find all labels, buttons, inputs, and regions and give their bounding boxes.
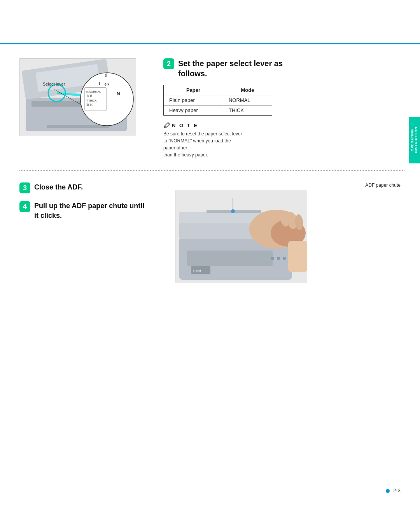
- step2-area: 2 Set the paper select lever as follows.…: [163, 58, 404, 158]
- adf-image: brand: [175, 190, 307, 283]
- note-text: Be sure to reset the paper select lever …: [163, 130, 404, 158]
- table-header-mode: Mode: [223, 85, 272, 95]
- step2-badge: 2: [163, 58, 174, 69]
- main-content: Select lever N:NORMAL 普 通 T:THICK 薄 紙: [19, 51, 404, 283]
- note-icon: [163, 122, 170, 129]
- svg-line-24: [168, 123, 170, 124]
- adf-label: ADF paper chute: [175, 182, 404, 188]
- table-header-paper: Paper: [164, 85, 223, 95]
- svg-text:T:THICK: T:THICK: [86, 99, 97, 102]
- svg-text:N:NORMAL: N:NORMAL: [86, 90, 101, 93]
- step4-text: Pull up the ADF paper chute until it cli…: [34, 201, 144, 221]
- step3-badge: 3: [19, 182, 30, 193]
- page-dot: [386, 489, 390, 493]
- lever-diagram-svg: N:NORMAL 普 通 T:THICK 薄 紙 T ⇔ N 0: [78, 66, 136, 128]
- note-header: N O T E: [163, 122, 404, 129]
- lever-diagram-container: N:NORMAL 普 通 T:THICK 薄 紙 T ⇔ N 0: [78, 66, 136, 130]
- svg-text:普 通: 普 通: [86, 94, 93, 97]
- svg-text:⇔: ⇔: [104, 81, 109, 88]
- step2-title: Set the paper select lever as follows.: [178, 58, 283, 79]
- operating-instruction-sidebar: OPERATING INSTRUCTION: [409, 117, 420, 163]
- page-number: 2-3: [386, 487, 401, 493]
- svg-rect-38: [187, 251, 273, 266]
- table-row-heavy: Heavy paper THICK: [164, 105, 272, 116]
- step4-item: 4 Pull up the ADF paper chute until it c…: [19, 201, 159, 221]
- svg-point-30: [231, 209, 235, 213]
- adf-illustration: brand: [175, 190, 307, 283]
- table-cell-heavy-paper: Heavy paper: [164, 105, 223, 116]
- svg-marker-25: [164, 127, 165, 128]
- paper-mode-table: Paper Mode Plain paper NORMAL Heavy pape…: [163, 85, 272, 116]
- section-bottom: 3 Close the ADF. 4 Pull up the ADF paper…: [19, 182, 404, 283]
- note-title: N O T E: [172, 123, 198, 128]
- svg-point-40: [277, 257, 280, 260]
- table-cell-thick: THICK: [223, 105, 272, 116]
- svg-point-39: [271, 257, 274, 260]
- svg-rect-37: [288, 241, 307, 272]
- svg-text:薄 紙: 薄 紙: [86, 103, 93, 106]
- step4-badge: 4: [19, 201, 30, 212]
- adf-image-area: ADF paper chute: [175, 182, 404, 283]
- step2-header: 2 Set the paper select lever as follows.: [163, 58, 404, 79]
- table-cell-normal: NORMAL: [223, 95, 272, 105]
- top-bar: [0, 43, 420, 44]
- svg-text:N: N: [117, 91, 120, 96]
- printer-image-area: Select lever N:NORMAL 普 通 T:THICK 薄 紙: [19, 58, 152, 136]
- dotted-separator: [19, 170, 404, 171]
- sidebar-label: OPERATING INSTRUCTION: [411, 117, 418, 163]
- svg-text:brand: brand: [193, 269, 201, 272]
- step3-item: 3 Close the ADF.: [19, 182, 159, 193]
- steps-left: 3 Close the ADF. 4 Pull up the ADF paper…: [19, 182, 159, 228]
- page-number-text: 2-3: [393, 487, 401, 493]
- section-top: Select lever N:NORMAL 普 通 T:THICK 薄 紙: [19, 58, 404, 158]
- table-row-plain: Plain paper NORMAL: [164, 95, 272, 105]
- note-section: N O T E Be sure to reset the paper selec…: [163, 122, 404, 158]
- step3-text: Close the ADF.: [34, 182, 83, 192]
- table-cell-plain-paper: Plain paper: [164, 95, 223, 105]
- svg-point-41: [283, 257, 286, 260]
- svg-text:T: T: [98, 81, 101, 86]
